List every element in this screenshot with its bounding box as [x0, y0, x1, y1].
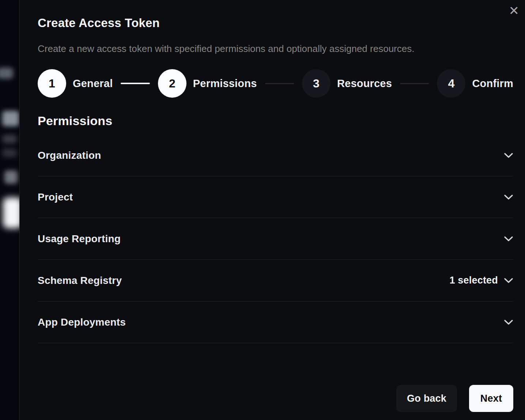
step-connector-complete: [121, 83, 150, 84]
permission-row-label: Usage Reporting: [38, 233, 121, 245]
background-page: [0, 0, 20, 420]
blurred-background-text: [2, 149, 17, 157]
chevron-down-icon: [504, 278, 513, 284]
blurred-background-text: [2, 135, 17, 143]
step-resources[interactable]: 3 Resources: [302, 69, 392, 98]
create-access-token-modal: ✕ Create Access Token Create a new acces…: [19, 0, 525, 420]
step-connector-upcoming: [265, 83, 294, 84]
chevron-down-icon: [504, 194, 513, 200]
permission-row-label: Project: [38, 191, 73, 203]
step-number-badge: 4: [437, 69, 465, 98]
permission-row-schema-registry[interactable]: Schema Registry 1 selected: [38, 260, 513, 301]
step-label: Resources: [337, 78, 392, 90]
modal-footer: Go back Next: [38, 385, 513, 412]
step-permissions[interactable]: 2 Permissions: [158, 69, 257, 98]
permission-row-label: App Deployments: [38, 316, 126, 328]
step-label: General: [73, 78, 113, 90]
step-number-badge: 3: [302, 69, 331, 98]
close-icon[interactable]: ✕: [509, 4, 520, 17]
chevron-down-icon: [504, 236, 513, 242]
permission-row-app-deployments[interactable]: App Deployments: [38, 301, 513, 343]
step-label: Permissions: [193, 78, 257, 90]
permission-row-organization[interactable]: Organization: [38, 135, 513, 176]
go-back-button[interactable]: Go back: [396, 385, 457, 412]
stepper: 1 General 2 Permissions 3 Resources 4 Co…: [38, 69, 513, 98]
step-general[interactable]: 1 General: [38, 69, 113, 98]
next-button[interactable]: Next: [469, 385, 513, 412]
chevron-down-icon: [504, 153, 513, 158]
permissions-list: Organization Project Usage: [38, 135, 513, 343]
blurred-background-icon: [4, 170, 18, 184]
permission-row-project[interactable]: Project: [38, 176, 513, 218]
selection-count: 1 selected: [449, 275, 498, 286]
modal-title: Create Access Token: [38, 16, 513, 30]
blurred-background-text: [2, 111, 19, 126]
chevron-down-icon: [504, 319, 513, 325]
modal-description: Create a new access token with specified…: [38, 43, 513, 55]
step-connector-upcoming: [400, 83, 429, 84]
step-label: Confirm: [472, 78, 513, 90]
permission-row-usage-reporting[interactable]: Usage Reporting: [38, 218, 513, 260]
screen: ✕ Create Access Token Create a new acces…: [0, 0, 525, 420]
step-number-badge: 2: [158, 69, 186, 98]
step-confirm[interactable]: 4 Confirm: [437, 69, 513, 98]
permission-row-label: Organization: [38, 150, 101, 161]
section-heading-permissions: Permissions: [38, 114, 513, 128]
step-number-badge: 1: [38, 69, 66, 98]
blurred-background-text: [0, 68, 13, 79]
permission-row-label: Schema Registry: [38, 275, 122, 286]
